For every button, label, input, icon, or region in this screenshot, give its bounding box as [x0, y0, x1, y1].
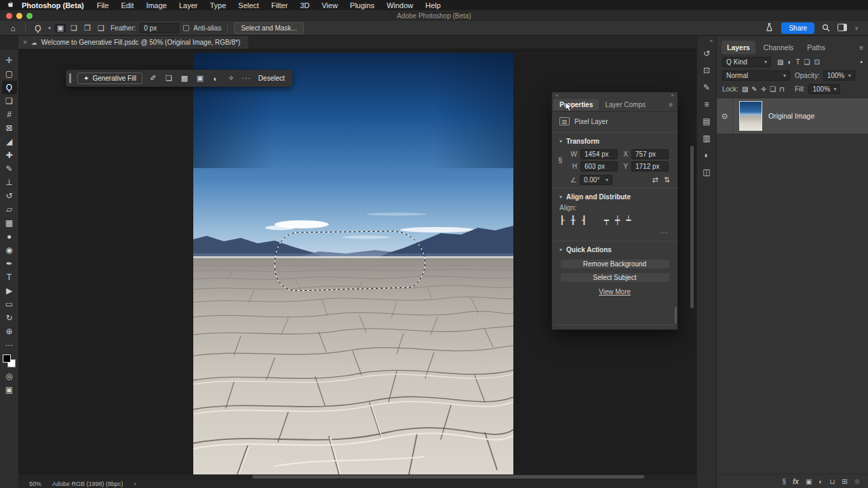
lock-artboard-icon[interactable]: ❏	[770, 85, 776, 93]
close-panel-icon[interactable]: ×	[555, 92, 559, 98]
fill-input[interactable]: 100%▾	[808, 84, 840, 94]
home-icon[interactable]: ⌂	[7, 24, 19, 33]
tab-properties[interactable]: Properties	[553, 99, 599, 110]
canvas-area[interactable]: ✦ Generative Fill ✐ ❏ ▩ ▣ ◐ ✧ ··· Desele…	[18, 49, 696, 474]
menu-window[interactable]: Window	[380, 1, 419, 9]
x-input[interactable]: 757 px	[631, 149, 669, 159]
layer-thumbnail[interactable]	[739, 101, 762, 131]
layer-visibility-eye-icon[interactable]: ⊙	[717, 98, 733, 134]
invert-selection-icon[interactable]: ▩	[180, 74, 189, 83]
link-dimensions-icon[interactable]: §	[558, 156, 562, 164]
filter-shape-layers-icon[interactable]: ❏	[804, 58, 810, 66]
brush-selection-icon[interactable]: ✐	[149, 74, 158, 83]
add-mask-icon[interactable]: ▣	[806, 478, 812, 485]
tab-channels[interactable]: Channels	[758, 41, 799, 54]
horizontal-scrollbar[interactable]	[18, 474, 696, 480]
close-tab-icon[interactable]: ×	[23, 39, 27, 46]
menu-3d[interactable]: 3D	[294, 1, 315, 9]
object-selection-tool[interactable]: ❏	[2, 94, 17, 108]
select-and-mask-button[interactable]: Select and Mask...	[234, 22, 303, 34]
menu-select[interactable]: Select	[232, 1, 265, 9]
blend-mode-select[interactable]: Normal▾	[722, 70, 790, 81]
minimize-window-button[interactable]	[16, 13, 22, 19]
subtract-selection-icon[interactable]: ❐	[82, 24, 93, 33]
add-selection-icon[interactable]: ❏	[68, 24, 79, 33]
menu-image[interactable]: Image	[140, 1, 173, 9]
menu-type[interactable]: Type	[203, 1, 232, 9]
gradient-tool[interactable]: ▦	[2, 216, 17, 230]
lasso-tool[interactable]: Ϙ	[2, 81, 17, 94]
zoom-tool[interactable]: ⊕	[2, 325, 17, 338]
filter-pixel-layers-icon[interactable]: ▨	[777, 58, 783, 66]
layer-name[interactable]: Original Image	[768, 112, 814, 120]
new-group-icon[interactable]: ⊔	[829, 478, 835, 485]
filter-type-layers-icon[interactable]: T	[796, 58, 800, 66]
crop-tool[interactable]: #	[2, 108, 17, 121]
menu-view[interactable]: View	[315, 1, 344, 9]
tab-paths[interactable]: Paths	[802, 41, 831, 54]
menu-help[interactable]: Help	[419, 1, 447, 9]
clipboard-panel-icon[interactable]: ▤	[699, 113, 714, 130]
rotate-view-tool[interactable]: ↻	[2, 311, 17, 325]
panel-scrollbar[interactable]	[675, 307, 677, 323]
lock-pixels-icon[interactable]: ✎	[751, 85, 757, 93]
filter-smart-objects-icon[interactable]: ⊡	[814, 58, 820, 66]
filter-adjustment-layers-icon[interactable]: ◐	[787, 58, 791, 66]
clone-stamp-tool[interactable]: ⊥	[2, 176, 17, 189]
zoom-level[interactable]: 50%	[29, 481, 41, 487]
share-button[interactable]: Share	[781, 22, 814, 34]
menu-layer[interactable]: Layer	[173, 1, 204, 9]
path-selection-tool[interactable]: ▶	[2, 284, 17, 298]
brush-tool[interactable]: ✎	[2, 162, 17, 176]
select-subject-icon[interactable]: ❏	[164, 74, 174, 83]
lasso-tool-icon[interactable]: Ϙ	[32, 24, 44, 33]
align-middle-v-icon[interactable]: ┿	[615, 216, 620, 225]
antialias-checkbox[interactable]	[183, 25, 189, 31]
maximize-window-button[interactable]	[26, 13, 33, 19]
panel-menu-icon[interactable]: ≡	[859, 44, 863, 52]
edit-toolbar-icon[interactable]: ···	[2, 338, 17, 352]
shape-tool[interactable]: ▭	[2, 298, 17, 311]
eyedropper-tool[interactable]: ◢	[2, 135, 17, 148]
history-brush-tool[interactable]: ↺	[2, 189, 17, 203]
select-subject-button[interactable]: Select Subject	[560, 272, 670, 283]
align-left-icon[interactable]: ┠	[559, 216, 564, 225]
marquee-tool[interactable]: ▢	[2, 67, 17, 81]
tool-presets-panel-icon[interactable]: ≡	[699, 96, 714, 113]
modify-selection-icon[interactable]: ✧	[226, 74, 236, 83]
quick-actions-header[interactable]: ▾ Quick Actions	[559, 244, 670, 256]
flip-vertical-icon[interactable]: ⇅	[664, 176, 670, 184]
feather-input[interactable]: 0 px	[140, 23, 179, 33]
lock-position-icon[interactable]: ✛	[761, 85, 766, 93]
tab-layers[interactable]: Layers	[722, 41, 755, 54]
beta-flask-icon[interactable]	[765, 23, 774, 33]
foreground-color-swatch[interactable]	[3, 354, 11, 363]
delete-layer-icon[interactable]: ⊗	[854, 478, 860, 485]
frame-tool[interactable]: ⊠	[2, 121, 17, 135]
layer-effects-icon[interactable]: fx	[793, 478, 799, 485]
menu-filter[interactable]: Filter	[265, 1, 294, 9]
filter-toggle-icon[interactable]: •	[860, 58, 863, 66]
close-window-button[interactable]	[6, 13, 12, 19]
apple-menu-icon[interactable]	[5, 1, 15, 9]
lock-transparency-icon[interactable]: ▨	[742, 85, 748, 93]
patterns-panel-icon[interactable]: ◫	[699, 164, 714, 181]
view-more-link[interactable]: View More	[559, 288, 670, 296]
opacity-input[interactable]: 100%▾	[823, 70, 855, 81]
horizontal-scrollbar-thumb[interactable]	[252, 475, 644, 479]
comments-panel-icon[interactable]: ⊡	[699, 62, 714, 79]
align-more-icon[interactable]: ···	[559, 226, 670, 238]
eraser-tool[interactable]: ▱	[2, 203, 17, 216]
move-tool[interactable]: ✛	[2, 54, 17, 67]
align-right-icon[interactable]: ┨	[581, 216, 586, 225]
tab-layer-comps[interactable]: Layer Comps	[599, 99, 651, 110]
deselect-button[interactable]: Deselect	[257, 75, 285, 82]
adjustments-panel-icon[interactable]: ◐	[699, 147, 714, 164]
menu-file[interactable]: File	[91, 1, 115, 9]
mask-icon[interactable]: ▣	[195, 74, 205, 83]
height-input[interactable]: 603 px	[580, 161, 618, 171]
dodge-tool[interactable]: ◉	[2, 243, 17, 257]
quick-mask-icon[interactable]: ◎	[2, 369, 17, 383]
remove-background-button[interactable]: Remove Background	[560, 259, 670, 269]
align-center-h-icon[interactable]: ╂	[570, 216, 575, 225]
